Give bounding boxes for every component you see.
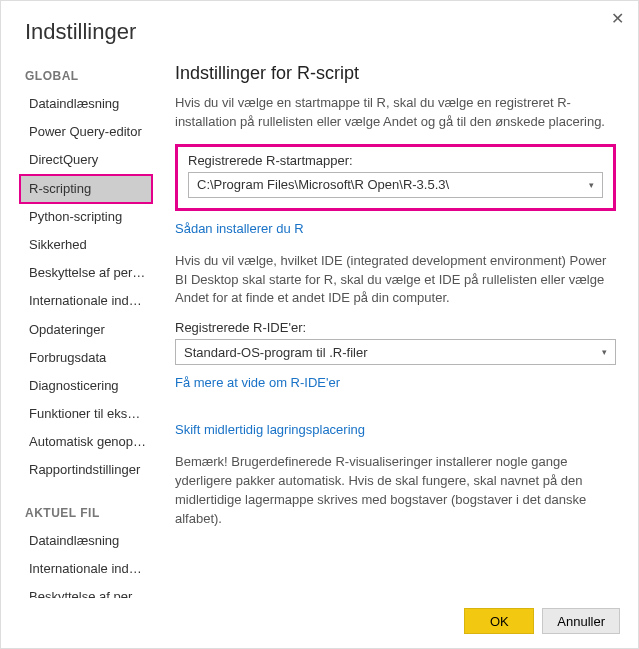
close-button[interactable]: ✕ [611,11,624,27]
r-ide-value: Standard-OS-program til .R-filer [184,345,368,360]
sidebar-item[interactable]: Dataindlæsning [25,528,153,554]
sidebar-section-global: GLOBAL [25,69,153,83]
sidebar-item[interactable]: Opdateringer [25,317,153,343]
r-ide-dropdown[interactable]: Standard-OS-program til .R-filer ▾ [175,339,616,365]
sidebar-item[interactable]: Funktioner til eksem… [25,401,153,427]
sidebar-item[interactable]: Python-scripting [25,204,153,230]
content-heading: Indstillinger for R-script [175,63,616,84]
change-temp-link[interactable]: Skift midlertidig lagringsplacering [175,422,365,437]
cancel-button[interactable]: Annuller [542,608,620,634]
sidebar-item[interactable]: Beskyttelse af person… [25,584,153,598]
chevron-down-icon: ▾ [589,180,594,190]
dialog-title: Indstillinger [1,13,638,63]
sidebar-item[interactable]: DirectQuery [25,147,153,173]
sidebar-item[interactable]: Automatisk genopre… [25,429,153,455]
settings-dialog: ✕ Indstillinger GLOBAL DataindlæsningPow… [1,1,638,648]
content-panel: Indstillinger for R-script Hvis du vil v… [159,63,638,598]
r-ide-label: Registrerede R-IDE'er: [175,320,616,335]
sidebar-item[interactable]: Forbrugsdata [25,345,153,371]
sidebar-item[interactable]: Rapportindstillinger [25,457,153,483]
r-home-highlight: Registrerede R-startmapper: C:\Program F… [175,144,616,211]
r-home-label: Registrerede R-startmapper: [188,153,603,168]
ide-intro-text: Hvis du vil vælge, hvilket IDE (integrat… [175,252,616,309]
install-r-link[interactable]: Sådan installerer du R [175,221,304,236]
sidebar-item[interactable]: Diagnosticering [25,373,153,399]
temp-note-text: Bemærk! Brugerdefinerede R-visualisering… [175,453,616,528]
sidebar-item[interactable]: Internationale indstil… [25,556,153,582]
r-home-dropdown[interactable]: C:\Program Files\Microsoft\R Open\R-3.5.… [188,172,603,198]
sidebar: GLOBAL DataindlæsningPower Query-editorD… [1,63,159,598]
sidebar-item[interactable]: Dataindlæsning [25,91,153,117]
r-home-value: C:\Program Files\Microsoft\R Open\R-3.5.… [197,177,449,192]
sidebar-item[interactable]: Internationale indstil… [25,288,153,314]
sidebar-section-aktuel: AKTUEL FIL [25,506,153,520]
intro-text: Hvis du vil vælge en startmappe til R, s… [175,94,616,132]
learn-ide-link[interactable]: Få mere at vide om R-IDE'er [175,375,340,390]
dialog-body: GLOBAL DataindlæsningPower Query-editorD… [1,63,638,598]
sidebar-item[interactable]: Sikkerhed [25,232,153,258]
sidebar-item[interactable]: Power Query-editor [25,119,153,145]
sidebar-item[interactable]: R-scripting [21,176,151,202]
sidebar-item[interactable]: Beskyttelse af person… [25,260,153,286]
chevron-down-icon: ▾ [602,347,607,357]
ok-button[interactable]: OK [464,608,534,634]
dialog-footer: OK Annuller [1,598,638,648]
